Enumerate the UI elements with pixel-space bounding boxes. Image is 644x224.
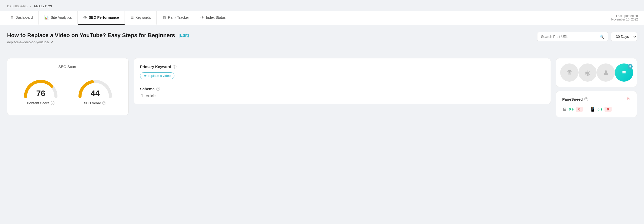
tab-bar: 🖥 Dashboard 📊 Site Analytics 👁 SEO Perfo… [0, 11, 644, 25]
tab-seo-performance[interactable]: 👁 SEO Performance [78, 11, 125, 25]
last-updated: Last updated on November 10, 2022 [611, 14, 640, 21]
tab-dashboard-label: Dashboard [15, 15, 33, 19]
primary-keyword-title: Primary Keyword ? [140, 64, 545, 69]
keyword-badge[interactable]: ★ replace a video [140, 72, 174, 79]
eye-icon: ◉ [585, 69, 591, 77]
svg-text:44: 44 [91, 89, 100, 98]
tab-site-analytics[interactable]: 📊 Site Analytics [39, 11, 78, 25]
list-circle-button[interactable]: ≡ 5 [615, 63, 633, 82]
schema-section: Schema ? 🗒 Article [140, 87, 545, 98]
index-status-icon: 👁 [200, 15, 204, 20]
seo-score-help-icon[interactable]: ? [102, 101, 106, 105]
page-header: How to Replace a Video on YouTube? Easy … [7, 32, 189, 44]
seo-score-label: SEO Score ? [84, 101, 106, 105]
keyword-card: Primary Keyword ? ★ replace a video Sche… [134, 58, 551, 104]
seo-score-card-title: SEO Score [13, 64, 122, 69]
main-content: How to Replace a Video on YouTube? Easy … [0, 25, 644, 123]
search-filter-row: 🔍 7 Days 14 Days 30 Days 60 Days 90 Days [537, 32, 637, 41]
seo-score-text: SEO Score [84, 101, 101, 105]
pagespeed-desktop-time: 0 s [569, 107, 574, 111]
tab-index-status[interactable]: 👁 Index Status [195, 11, 232, 25]
tab-seo-performance-label: SEO Performance [89, 15, 119, 19]
crown-circle-button[interactable]: ♛ [560, 63, 578, 82]
schema-value: 🗒 Article [140, 94, 545, 98]
mobile-icon: 📱 [590, 106, 595, 112]
primary-keyword-label: Primary Keyword [140, 64, 171, 69]
keywords-icon: ☰ [130, 15, 134, 20]
star-icon: ★ [144, 74, 147, 78]
header-search-row: How to Replace a Video on YouTube? Easy … [7, 32, 637, 51]
schema-label-text: Schema [140, 87, 155, 91]
pagespeed-mobile-score: 0 [605, 107, 612, 112]
pagespeed-card: PageSpeed ? ↻ 🖥 0 s 0 📱 0 s 0 [556, 91, 637, 117]
seo-score-gauge: 44 SEO Score ? [75, 74, 115, 105]
eye-circle-button[interactable]: ◉ [578, 63, 597, 82]
dashboard-icon: 🖥 [10, 15, 14, 20]
pagespeed-header: PageSpeed ? ↻ [562, 96, 631, 102]
page-title-row: How to Replace a Video on YouTube? Easy … [7, 32, 189, 39]
pagespeed-desktop-score: 0 [576, 107, 583, 112]
tab-dashboard[interactable]: 🖥 Dashboard [4, 11, 39, 25]
svg-text:76: 76 [36, 89, 45, 98]
breadcrumb-current: ANALYTICS [34, 5, 52, 8]
page-title: How to Replace a Video on YouTube? Easy … [7, 32, 175, 39]
icon-circles-card: ♛ ◉ ♟ ≡ 5 [556, 58, 637, 87]
seo-performance-icon: 👁 [83, 15, 87, 20]
seo-score-card: SEO Score 76 Content Score ? [7, 58, 129, 115]
pagespeed-mobile-metric: 📱 0 s 0 [590, 106, 611, 112]
gauges-row: 76 Content Score ? 44 [13, 74, 122, 105]
pagespeed-help-icon[interactable]: ? [584, 97, 588, 101]
person-circle-button[interactable]: ♟ [597, 63, 615, 82]
tab-rank-tracker[interactable]: 🖥 Rank Tracker [157, 11, 195, 25]
content-score-text: Content Score [27, 101, 49, 105]
pagespeed-metrics: 🖥 0 s 0 📱 0 s 0 [562, 106, 631, 112]
right-panel: ♛ ◉ ♟ ≡ 5 PageSpeed ? [556, 58, 637, 117]
content-score-label: Content Score ? [27, 101, 54, 105]
external-link-icon[interactable]: ↗ [50, 40, 53, 44]
tab-index-status-label: Index Status [206, 15, 226, 19]
primary-keyword-help-icon[interactable]: ? [173, 65, 176, 69]
search-post-url-box: 🔍 [537, 32, 608, 41]
keyword-text: replace a video [148, 74, 171, 78]
list-icon: ≡ [622, 69, 626, 77]
pagespeed-title: PageSpeed ? [562, 97, 588, 101]
person-icon: ♟ [603, 69, 609, 77]
last-updated-date: November 10, 2022 [611, 18, 638, 21]
search-icon: 🔍 [599, 34, 604, 39]
page-url: /replace-a-video-on-youtube/ ↗ [7, 40, 189, 44]
content-score-svg: 76 [21, 74, 61, 99]
tab-rank-tracker-label: Rank Tracker [168, 15, 189, 19]
edit-link[interactable]: [Edit] [178, 33, 189, 38]
last-updated-label: Last updated on [611, 14, 638, 18]
breadcrumb-separator: / [30, 5, 31, 8]
schema-help-icon[interactable]: ? [156, 87, 160, 91]
crown-icon: ♛ [567, 69, 572, 77]
seo-score-svg: 44 [75, 74, 115, 99]
schema-doc-icon: 🗒 [140, 94, 144, 98]
page-url-text: /replace-a-video-on-youtube/ [7, 40, 49, 44]
pagespeed-title-text: PageSpeed [562, 97, 583, 101]
days-filter-select[interactable]: 7 Days 14 Days 30 Days 60 Days 90 Days [611, 32, 637, 41]
tab-site-analytics-label: Site Analytics [51, 15, 72, 19]
content-score-gauge: 76 Content Score ? [21, 74, 61, 105]
search-post-url-input[interactable] [541, 35, 597, 39]
desktop-icon: 🖥 [562, 107, 567, 112]
rank-tracker-icon: 🖥 [162, 15, 166, 20]
pagespeed-desktop-metric: 🖥 0 s 0 [562, 107, 583, 112]
refresh-icon[interactable]: ↻ [627, 96, 631, 102]
pagespeed-mobile-time: 0 s [597, 107, 602, 111]
tab-keywords-label: Keywords [135, 15, 151, 19]
cards-row: SEO Score 76 Content Score ? [7, 58, 637, 117]
tabs: 🖥 Dashboard 📊 Site Analytics 👁 SEO Perfo… [4, 11, 231, 25]
breadcrumb: DASHBOARD / ANALYTICS [0, 0, 644, 11]
breadcrumb-dashboard[interactable]: DASHBOARD [7, 5, 28, 8]
tab-keywords[interactable]: ☰ Keywords [125, 11, 157, 25]
list-badge: 5 [628, 64, 633, 69]
schema-label: Schema ? [140, 87, 545, 91]
site-analytics-icon: 📊 [44, 15, 49, 20]
content-score-help-icon[interactable]: ? [51, 101, 54, 105]
schema-value-text: Article [146, 94, 156, 98]
